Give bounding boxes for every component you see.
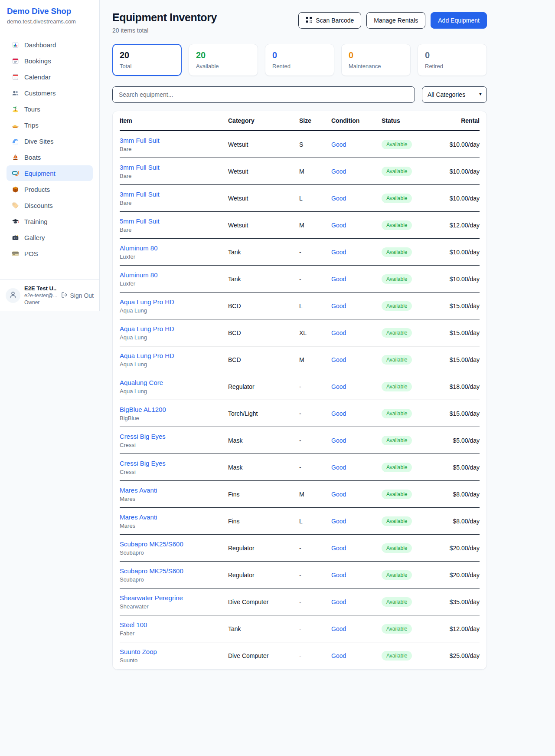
rental-price: $25.00/day <box>447 652 480 659</box>
item-name-link[interactable]: Scubapro MK25/S600 <box>120 567 183 575</box>
scan-barcode-button[interactable]: Scan Barcode <box>298 12 361 29</box>
sidebar-item-dashboard[interactable]: Dashboard <box>7 37 93 53</box>
item-size: - <box>299 464 331 471</box>
stat-card-maintenance[interactable]: 0 Maintenance <box>341 44 411 76</box>
sidebar-item-pos[interactable]: POS <box>7 246 93 261</box>
condition-link[interactable]: Good <box>331 598 346 605</box>
stat-card-available[interactable]: 20 Available <box>189 44 258 76</box>
sign-out-button[interactable]: Sign Out <box>61 292 94 299</box>
item-size: M <box>299 222 331 229</box>
condition-link[interactable]: Good <box>331 141 346 148</box>
table-row: 3mm Full Suit Bare Wetsuit M Good Availa… <box>120 158 480 185</box>
item-name-link[interactable]: Suunto Zoop <box>120 648 157 655</box>
item-brand: Scubapro <box>120 549 228 556</box>
rental-price: $5.00/day <box>447 437 480 444</box>
condition-link[interactable]: Good <box>331 356 346 363</box>
status-badge: Available <box>382 220 412 230</box>
item-brand: Aqua Lung <box>120 361 228 368</box>
sailboat-icon <box>11 153 20 161</box>
sidebar-item-boats[interactable]: Boats <box>7 149 93 165</box>
condition-link[interactable]: Good <box>331 276 346 283</box>
item-brand: Bare <box>120 146 228 152</box>
condition-link[interactable]: Good <box>331 652 346 659</box>
column-header-rental: Rental <box>447 117 480 124</box>
item-name-link[interactable]: 3mm Full Suit <box>120 191 160 198</box>
title-block: Equipment Inventory 20 items total <box>112 11 217 34</box>
sidebar-item-tours[interactable]: Tours <box>7 101 93 117</box>
people-icon <box>11 89 20 97</box>
condition-link[interactable]: Good <box>331 491 346 498</box>
table-header: Item Category Size Condition Status Rent… <box>120 111 480 131</box>
condition-link[interactable]: Good <box>331 625 346 632</box>
item-brand: Scubapro <box>120 576 228 583</box>
item-category: Wetsuit <box>228 222 299 229</box>
item-category: Dive Computer <box>228 652 299 659</box>
sidebar-item-calendar[interactable]: Calendar <box>7 69 93 85</box>
condition-link[interactable]: Good <box>331 410 346 417</box>
item-name-link[interactable]: Aqua Lung Pro HD <box>120 352 174 359</box>
status-badge: Available <box>382 355 412 365</box>
item-brand: Bare <box>120 227 228 233</box>
condition-link[interactable]: Good <box>331 383 346 390</box>
item-name-link[interactable]: Mares Avanti <box>120 513 157 521</box>
package-icon <box>11 185 20 193</box>
item-name-link[interactable]: Aluminum 80 <box>120 271 158 279</box>
sidebar-item-training[interactable]: Training <box>7 214 93 229</box>
stat-card-total[interactable]: 20 Total <box>112 44 182 76</box>
item-category: BCD <box>228 356 299 363</box>
brand-block: Demo Dive Shop demo.test.divestreams.com <box>0 0 99 31</box>
category-select[interactable]: All Categories <box>422 86 487 103</box>
add-equipment-button[interactable]: Add Equipment <box>431 12 487 29</box>
stat-card-retired[interactable]: 0 Retired <box>418 44 487 76</box>
table-row: 5mm Full Suit Bare Wetsuit M Good Availa… <box>120 212 480 239</box>
item-name-link[interactable]: Aqualung Core <box>120 379 163 386</box>
item-name-link[interactable]: Shearwater Peregrine <box>120 594 183 602</box>
condition-link[interactable]: Good <box>331 168 346 175</box>
condition-link[interactable]: Good <box>331 545 346 552</box>
item-brand: Luxfer <box>120 253 228 260</box>
condition-link[interactable]: Good <box>331 329 346 336</box>
condition-link[interactable]: Good <box>331 464 346 471</box>
sidebar-item-equipment[interactable]: Equipment <box>7 165 93 181</box>
table-row: 3mm Full Suit Bare Wetsuit L Good Availa… <box>120 185 480 212</box>
sidebar-item-discounts[interactable]: Discounts <box>7 197 93 213</box>
condition-link[interactable]: Good <box>331 437 346 444</box>
status-badge: Available <box>382 651 412 661</box>
item-name-link[interactable]: Steel 100 <box>120 621 147 628</box>
item-category: Fins <box>228 518 299 525</box>
condition-link[interactable]: Good <box>331 249 346 256</box>
item-name-link[interactable]: Cressi Big Eyes <box>120 433 166 440</box>
sidebar-item-gallery[interactable]: Gallery <box>7 230 93 245</box>
condition-link[interactable]: Good <box>331 222 346 229</box>
item-name-link[interactable]: Scubapro MK25/S600 <box>120 540 183 548</box>
stat-card-rented[interactable]: 0 Rented <box>265 44 334 76</box>
item-name-link[interactable]: Aqua Lung Pro HD <box>120 298 174 306</box>
stat-label: Rented <box>272 63 327 69</box>
sidebar-item-customers[interactable]: Customers <box>7 85 93 101</box>
sidebar-item-dive-sites[interactable]: Dive Sites <box>7 133 93 149</box>
item-size: - <box>299 598 331 605</box>
item-name-link[interactable]: BigBlue AL1200 <box>120 406 166 413</box>
item-name-link[interactable]: Mares Avanti <box>120 486 157 494</box>
condition-link[interactable]: Good <box>331 302 346 309</box>
page-title: Equipment Inventory <box>112 11 217 24</box>
item-name-link[interactable]: Aluminum 80 <box>120 244 158 252</box>
table-row: Cressi Big Eyes Cressi Mask - Good Avail… <box>120 427 480 454</box>
user-info: E2E Test U... e2e-tester@... Owner <box>24 285 57 306</box>
search-input[interactable] <box>112 86 415 103</box>
manage-rentals-button[interactable]: Manage Rentals <box>366 12 425 29</box>
sidebar-item-bookings[interactable]: Bookings <box>7 53 93 69</box>
sidebar-item-trips[interactable]: Trips <box>7 117 93 133</box>
item-name-link[interactable]: 3mm Full Suit <box>120 137 160 144</box>
condition-link[interactable]: Good <box>331 195 346 202</box>
condition-link[interactable]: Good <box>331 518 346 525</box>
item-name-link[interactable]: 3mm Full Suit <box>120 164 160 171</box>
item-name-link[interactable]: Cressi Big Eyes <box>120 460 166 467</box>
status-badge: Available <box>382 167 412 176</box>
item-category: Regulator <box>228 572 299 579</box>
credit-card-icon <box>11 250 20 257</box>
item-name-link[interactable]: Aqua Lung Pro HD <box>120 325 174 332</box>
condition-link[interactable]: Good <box>331 572 346 579</box>
item-name-link[interactable]: 5mm Full Suit <box>120 217 160 225</box>
sidebar-item-products[interactable]: Products <box>7 181 93 197</box>
